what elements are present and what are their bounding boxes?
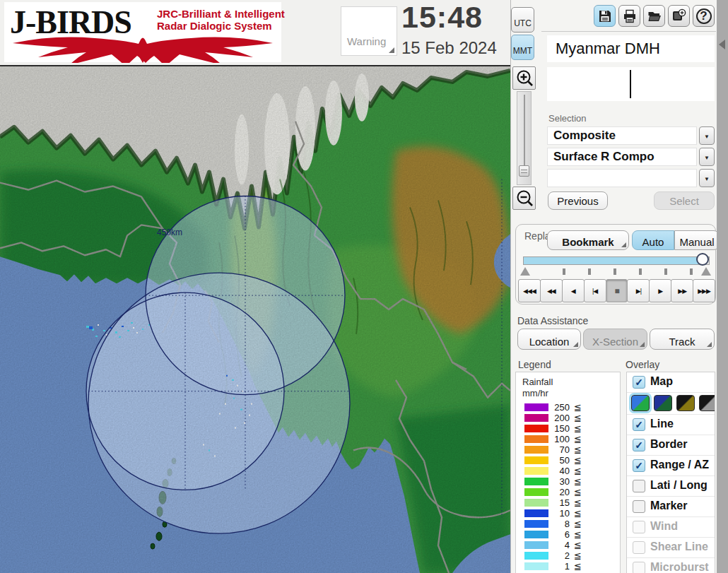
legend-row: 100≦ <box>516 434 620 444</box>
replay-progress-fill <box>524 257 703 264</box>
zoom-slider-track[interactable] <box>517 91 532 185</box>
bookmark-button[interactable]: Bookmark <box>547 230 629 250</box>
overlay-item-label: Microburst <box>650 561 709 573</box>
collapse-panel-icon[interactable] <box>719 40 725 49</box>
timeline-tick <box>563 268 565 275</box>
corner-mark <box>573 342 578 347</box>
x-section-label: X-Section <box>592 336 638 348</box>
border-checkbox[interactable]: ✓ <box>633 439 645 451</box>
range-end-marker[interactable] <box>701 267 711 276</box>
timeline-tick <box>588 268 591 275</box>
previous-button[interactable]: Previous <box>548 191 608 210</box>
warning-button[interactable]: Warning <box>341 6 397 56</box>
bookmark-label: Bookmark <box>562 236 613 248</box>
zoom-slider-handle[interactable] <box>519 165 529 177</box>
corner-mark <box>640 342 645 347</box>
legend-comparator: ≦ <box>574 466 582 476</box>
legend-comparator: ≦ <box>574 529 582 540</box>
fast-forward-button[interactable]: ▶▶ <box>671 279 693 302</box>
data-assistance-label: Data Assistance <box>517 315 588 326</box>
zoom-out-button[interactable] <box>512 187 536 210</box>
map-style-dark-swatch[interactable] <box>654 395 672 411</box>
product-category-dropdown[interactable]: Composite ▼ <box>547 126 715 145</box>
timeline-tick <box>613 268 616 275</box>
x-section-button: X-Section <box>583 329 647 350</box>
chevron-down-icon[interactable]: ▼ <box>699 126 715 145</box>
wind-checkbox <box>633 521 645 533</box>
legend-value: 4 <box>547 540 570 550</box>
line-checkbox[interactable]: ✓ <box>633 418 645 431</box>
manual-mode-button[interactable]: Manual <box>674 230 720 250</box>
fastest-forward-button[interactable]: ▶▶▶ <box>693 279 715 302</box>
overlay-item-microburst: Microburst <box>627 558 715 573</box>
station-display-box[interactable] <box>547 67 715 101</box>
replay-slider-handle[interactable] <box>696 253 709 266</box>
replay-progress-track[interactable] <box>523 256 710 265</box>
legend-color-swatch <box>524 499 548 507</box>
play-reverse-button[interactable]: ◀ <box>562 279 585 302</box>
product-category-value[interactable]: Composite <box>547 126 697 145</box>
corner-mark <box>389 47 394 53</box>
overlay-item-marker: Marker <box>627 497 715 517</box>
utc-toggle-button[interactable]: UTC <box>511 7 534 33</box>
mmt-toggle-button[interactable]: MMT <box>511 35 534 60</box>
print-button[interactable] <box>618 5 640 27</box>
map-style-color-swatch[interactable] <box>631 395 650 411</box>
overlay-item-label: Marker <box>650 500 687 512</box>
legend-color-swatch <box>524 520 548 528</box>
legend-comparator: ≦ <box>574 444 582 455</box>
overlay-item-label: Map <box>650 375 673 388</box>
legend-comparator: ≦ <box>574 413 582 423</box>
fastest-rewind-button[interactable]: ◀◀◀ <box>518 279 541 302</box>
add-image-button[interactable] <box>668 5 690 27</box>
product-option-dropdown[interactable]: ▼ <box>547 169 715 187</box>
help-button[interactable]: ? <box>693 5 715 27</box>
range-start-marker[interactable] <box>520 267 530 276</box>
open-folder-button[interactable] <box>643 5 665 27</box>
zoom-in-button[interactable] <box>512 66 536 90</box>
legend-comparator: ≦ <box>574 476 582 487</box>
legend-row: 150≦ <box>516 423 620 434</box>
selection-label: Selection <box>548 113 586 124</box>
lati-long-checkbox[interactable] <box>633 480 645 492</box>
location-button[interactable]: Location <box>517 329 581 350</box>
map-style-swatches <box>627 393 715 415</box>
timeline-tick <box>690 268 693 275</box>
step-forward-button[interactable]: ▶| <box>627 279 650 302</box>
legend-unit: mm/hr <box>522 388 548 398</box>
chevron-down-icon[interactable]: ▼ <box>699 148 715 166</box>
range-az-checkbox[interactable]: ✓ <box>633 459 645 472</box>
step-back-button[interactable]: |◀ <box>584 279 606 302</box>
product-type-value[interactable]: Surface R Compo <box>547 148 697 166</box>
organization-name: Myanmar DMH <box>547 35 715 58</box>
chevron-down-icon[interactable]: ▼ <box>699 169 715 187</box>
map-checkbox[interactable]: ✓ <box>633 376 645 389</box>
panel-edge-strip[interactable] <box>717 0 728 573</box>
product-option-value[interactable] <box>547 169 697 187</box>
microburst-checkbox <box>633 562 645 573</box>
corner-mark <box>621 242 626 247</box>
rainfall-legend: Rainfall mm/hr 250≦200≦150≦100≦70≦50≦40≦… <box>515 372 621 573</box>
legend-value: 15 <box>547 497 570 508</box>
save-button[interactable] <box>594 5 616 27</box>
legend-row: 40≦ <box>516 466 620 476</box>
select-button: Select <box>654 191 715 210</box>
track-button[interactable]: Track <box>650 329 715 350</box>
add-image-icon <box>671 8 686 23</box>
marker-checkbox[interactable] <box>633 500 645 513</box>
legend-comparator: ≦ <box>574 497 582 508</box>
radar-map[interactable]: 450km <box>0 65 510 573</box>
legend-comparator: ≦ <box>574 519 582 529</box>
zoom-slider-groove <box>524 95 525 165</box>
fast-rewind-button[interactable]: ◀◀ <box>540 279 563 302</box>
map-style-gray-swatch[interactable] <box>699 395 715 411</box>
legend-comparator: ≦ <box>574 561 582 572</box>
auto-mode-button[interactable]: Auto <box>632 230 674 250</box>
map-style-olive-swatch[interactable] <box>676 395 695 411</box>
play-button[interactable]: ▶ <box>649 279 671 302</box>
stop-button[interactable]: ■ <box>606 279 628 302</box>
app-window: J-BIRDS JRC-Brilliant & Intelligent Rada… <box>0 0 728 573</box>
legend-comparator: ≦ <box>574 402 582 413</box>
product-type-dropdown[interactable]: Surface R Compo ▼ <box>547 148 715 166</box>
location-label: Location <box>529 336 570 348</box>
